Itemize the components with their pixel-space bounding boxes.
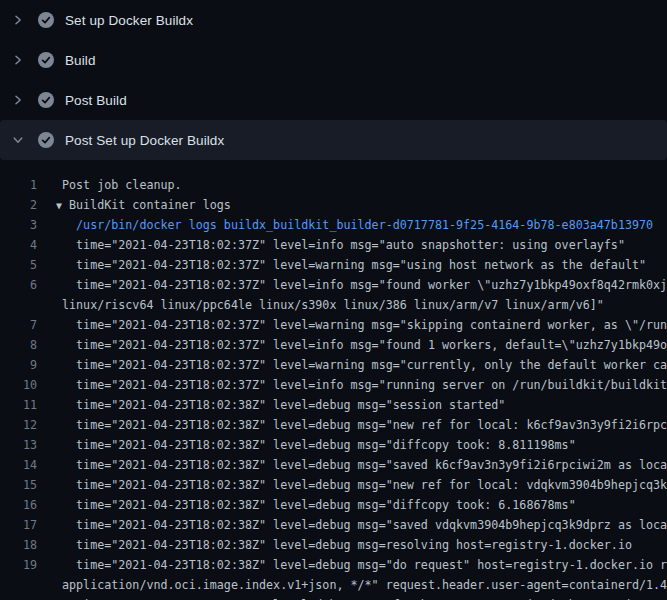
log-line-text: BuildKit container logs [69, 198, 231, 212]
log-line-text: time="2021-04-23T18:02:38Z" level=debug … [62, 538, 632, 552]
chevron-right-icon [12, 14, 24, 26]
check-circle-icon [38, 12, 54, 28]
log-line-text-wrap: time="2021-04-23T18:02:38Z" level=debug … [62, 455, 667, 475]
log-line-number[interactable]: 19 [0, 555, 37, 575]
log-line-number[interactable]: 16 [0, 495, 37, 515]
log-line-number[interactable]: 11 [0, 395, 37, 415]
log-line-text: time="2021-04-23T18:02:38Z" level=debug … [62, 458, 667, 472]
log-line-text: time="2021-04-23T18:02:37Z" level=warnin… [62, 258, 646, 272]
step-header-post-build[interactable]: Post Build [0, 80, 667, 120]
log-line: 8 time="2021-04-23T18:02:37Z" level=info… [0, 335, 667, 355]
log-line-text: time="2021-04-23T18:02:38Z" level=debug … [62, 438, 576, 452]
log-line: 18 time="2021-04-23T18:02:38Z" level=deb… [0, 535, 667, 555]
step-label: Post Set up Docker Buildx [65, 133, 224, 148]
log-line-text-wrap: time="2021-04-23T18:02:37Z" level=info m… [62, 335, 667, 355]
log-line-text: time="2021-04-23T18:02:37Z" level=warnin… [62, 358, 667, 372]
log-line-text-wrap: time="2021-04-23T18:02:38Z" level=debug … [62, 555, 667, 575]
log-line-text: time="2021-04-23T18:02:38Z" level=debug … [62, 398, 505, 412]
log-line-text-wrap: time="2021-04-23T18:02:37Z" level=info m… [62, 275, 667, 295]
log-line-text-wrap: time="2021-04-23T18:02:38Z" level=debug … [62, 515, 667, 535]
log-line-text: time="2021-04-23T18:02:38Z" level=debug … [62, 418, 667, 432]
log-line-number[interactable]: 10 [0, 375, 37, 395]
log-line: 4 time="2021-04-23T18:02:37Z" level=info… [0, 235, 667, 255]
check-circle-icon [38, 132, 54, 148]
log-line-number[interactable]: 8 [0, 335, 37, 355]
check-circle-icon [38, 92, 54, 108]
step-label: Post Build [65, 93, 127, 108]
chevron-right-icon [12, 54, 24, 66]
log-line-number[interactable]: 17 [0, 515, 37, 535]
log-line-text-wrap: time="2021-04-23T18:02:37Z" level=info m… [62, 235, 625, 255]
log-line-number[interactable]: 2 [0, 195, 37, 215]
log-line-text-wrap: time="2021-04-23T18:02:38Z" level=debug … [62, 415, 667, 435]
chevron-right-icon [12, 94, 24, 106]
log-line-number[interactable]: 6 [0, 275, 37, 295]
log-line-text-wrap: time="2021-04-23T18:02:37Z" level=warnin… [62, 315, 667, 335]
log-line-text-wrap: Post job cleanup. [62, 175, 182, 195]
log-line-text: application/vnd.oci.image.index.v1+json,… [62, 578, 667, 592]
log-line-text: time="2021-04-23T18:02:38Z" level=debug … [62, 518, 667, 532]
chevron-down-icon [12, 134, 24, 146]
log-line: 19 time="2021-04-23T18:02:38Z" level=deb… [0, 555, 667, 575]
step-header-set-up-docker-buildx[interactable]: Set up Docker Buildx [0, 0, 667, 40]
log-line: 20 time="2021-04-23T18:02:38Z" level=deb… [0, 595, 667, 600]
log-line-text-wrap: time="2021-04-23T18:02:38Z" level=debug … [62, 395, 505, 415]
log-line: 9 time="2021-04-23T18:02:37Z" level=warn… [0, 355, 667, 375]
log-line: linux/riscv64 linux/ppc64le linux/s390x … [0, 295, 667, 315]
log-line-text: time="2021-04-23T18:02:38Z" level=debug … [62, 478, 667, 492]
log-line-text: time="2021-04-23T18:02:37Z" level=warnin… [62, 318, 667, 332]
log-line-number[interactable]: 13 [0, 435, 37, 455]
log-line-number[interactable]: 5 [0, 255, 37, 275]
log-line-number[interactable]: 18 [0, 535, 37, 555]
log-line-number[interactable]: 9 [0, 355, 37, 375]
log-line-text: linux/riscv64 linux/ppc64le linux/s390x … [62, 298, 604, 312]
log-line-text-wrap: time="2021-04-23T18:02:37Z" level=warnin… [62, 255, 646, 275]
log-viewer: 1 Post job cleanup. 2 ▼BuildKit containe… [0, 160, 667, 600]
log-line-text-wrap: time="2021-04-23T18:02:38Z" level=debug … [62, 475, 667, 495]
log-line-number[interactable]: 7 [0, 315, 37, 335]
log-line-number[interactable]: 14 [0, 455, 37, 475]
log-line-number[interactable]: 4 [0, 235, 37, 255]
log-line: application/vnd.oci.image.index.v1+json,… [0, 575, 667, 595]
log-line-text: time="2021-04-23T18:02:38Z" level=debug … [62, 498, 576, 512]
log-line-text-wrap: time="2021-04-23T18:02:38Z" level=debug … [62, 495, 576, 515]
log-line: 5 time="2021-04-23T18:02:37Z" level=warn… [0, 255, 667, 275]
log-line-text-wrap: /usr/bin/docker logs buildx_buildkit_bui… [62, 215, 653, 235]
log-line-number[interactable]: 1 [0, 175, 37, 195]
log-line: 16 time="2021-04-23T18:02:38Z" level=deb… [0, 495, 667, 515]
log-group-triangle-icon[interactable]: ▼ [56, 196, 69, 215]
log-line-text: time="2021-04-23T18:02:37Z" level=info m… [62, 378, 667, 392]
check-circle-icon [38, 52, 54, 68]
log-line-text-wrap: application/vnd.oci.image.index.v1+json,… [62, 575, 667, 595]
log-line-number[interactable]: 15 [0, 475, 37, 495]
log-line-number[interactable]: 3 [0, 215, 37, 235]
log-line: 2 ▼BuildKit container logs [0, 195, 667, 215]
log-line-number[interactable] [0, 575, 37, 595]
step-label: Build [65, 53, 96, 68]
log-line-text: time="2021-04-23T18:02:38Z" level=debug … [62, 558, 667, 572]
log-line: 12 time="2021-04-23T18:02:38Z" level=deb… [0, 415, 667, 435]
log-line: 13 time="2021-04-23T18:02:38Z" level=deb… [0, 435, 667, 455]
log-line: 15 time="2021-04-23T18:02:38Z" level=deb… [0, 475, 667, 495]
log-line: 6 time="2021-04-23T18:02:37Z" level=info… [0, 275, 667, 295]
log-line-number[interactable] [0, 295, 37, 315]
step-header-post-set-up-docker-buildx[interactable]: Post Set up Docker Buildx [0, 120, 667, 160]
log-line-text-wrap: time="2021-04-23T18:02:38Z" level=debug … [62, 595, 667, 600]
log-line-number[interactable]: 20 [0, 595, 37, 600]
log-line-text-wrap: time="2021-04-23T18:02:37Z" level=info m… [62, 375, 667, 395]
log-line-text: time="2021-04-23T18:02:37Z" level=info m… [62, 278, 667, 292]
log-line: 3 /usr/bin/docker logs buildx_buildkit_b… [0, 215, 667, 235]
log-line: 14 time="2021-04-23T18:02:38Z" level=deb… [0, 455, 667, 475]
step-header-build[interactable]: Build [0, 40, 667, 80]
log-line-text: time="2021-04-23T18:02:37Z" level=info m… [62, 238, 625, 252]
step-label: Set up Docker Buildx [65, 13, 193, 28]
log-line: 11 time="2021-04-23T18:02:38Z" level=deb… [0, 395, 667, 415]
log-line-text-wrap: time="2021-04-23T18:02:38Z" level=debug … [62, 535, 632, 555]
log-line-text-wrap: time="2021-04-23T18:02:38Z" level=debug … [62, 435, 576, 455]
log-line-number[interactable]: 12 [0, 415, 37, 435]
log-line: 1 Post job cleanup. [0, 175, 667, 195]
log-line: 17 time="2021-04-23T18:02:38Z" level=deb… [0, 515, 667, 535]
log-line: 7 time="2021-04-23T18:02:37Z" level=warn… [0, 315, 667, 335]
log-line-text: /usr/bin/docker logs buildx_buildkit_bui… [62, 218, 653, 232]
steps-list: Set up Docker Buildx Build P [0, 0, 667, 160]
